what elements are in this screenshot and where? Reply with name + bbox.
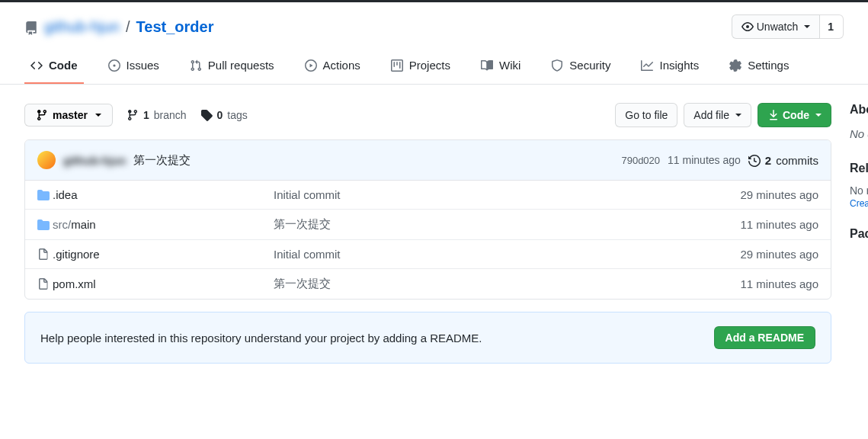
projects-icon xyxy=(391,59,403,72)
branches-link[interactable]: 1 branch xyxy=(127,109,187,121)
branch-icon xyxy=(127,109,139,121)
file-commit-message[interactable]: 第一次提交 xyxy=(274,217,740,232)
shield-icon xyxy=(551,59,563,72)
caret-down-icon xyxy=(815,114,822,117)
tag-icon xyxy=(200,109,213,121)
tab-settings[interactable]: Settings xyxy=(723,51,795,84)
caret-down-icon xyxy=(735,114,741,117)
readme-prompt-text: Help people interested in this repositor… xyxy=(40,332,482,344)
commit-time: 11 minutes ago xyxy=(668,154,741,166)
eye-icon xyxy=(741,19,754,34)
avatar[interactable] xyxy=(37,151,56,169)
latest-commit-row: github-hjun 第一次提交 790d020 11 minutes ago… xyxy=(25,140,831,181)
releases-heading: Releases xyxy=(850,162,868,175)
file-commit-message[interactable]: 第一次提交 xyxy=(274,277,740,291)
file-row: src/main第一次提交11 minutes ago xyxy=(25,210,831,240)
file-icon xyxy=(37,277,53,290)
code-icon xyxy=(30,59,43,72)
repo-tabs: Code Issues Pull requests Actions Projec… xyxy=(0,51,868,85)
issue-icon xyxy=(108,59,120,72)
branch-icon xyxy=(36,109,48,121)
file-icon xyxy=(37,248,53,261)
file-name[interactable]: src/main xyxy=(53,218,274,231)
branch-select-button[interactable]: master xyxy=(24,104,113,127)
tab-wiki[interactable]: Wiki xyxy=(475,51,527,84)
pull-request-icon xyxy=(190,59,202,72)
commits-link[interactable]: 2 commits xyxy=(748,154,818,167)
file-commit-message[interactable]: Initial commit xyxy=(274,248,740,261)
about-heading: About xyxy=(850,103,868,117)
graph-icon xyxy=(641,59,653,72)
readme-prompt-banner: Help people interested in this repositor… xyxy=(24,312,831,364)
file-commit-message[interactable]: Initial commit xyxy=(274,188,740,201)
file-row: pom.xml第一次提交11 minutes ago xyxy=(25,269,831,299)
create-release-link[interactable]: Create a new release xyxy=(850,198,868,209)
repo-title: github-hjun / Test_order xyxy=(24,18,213,36)
file-name[interactable]: .gitignore xyxy=(53,248,274,261)
file-commit-time: 11 minutes ago xyxy=(740,218,818,231)
tab-issues[interactable]: Issues xyxy=(102,51,165,84)
commit-sha[interactable]: 790d020 xyxy=(621,155,660,166)
caret-down-icon xyxy=(804,25,810,28)
repo-header: github-hjun / Test_order Unwatch 1 xyxy=(0,2,868,39)
file-commit-time: 11 minutes ago xyxy=(740,277,818,290)
tags-link[interactable]: 0 tags xyxy=(200,109,248,121)
tab-pull-requests[interactable]: Pull requests xyxy=(184,51,280,84)
file-row: .ideaInitial commit29 minutes ago xyxy=(25,181,831,210)
tab-projects[interactable]: Projects xyxy=(385,51,456,84)
file-name[interactable]: .idea xyxy=(53,188,274,201)
repo-owner-link[interactable]: github-hjun xyxy=(44,18,120,36)
folder-icon xyxy=(37,188,53,201)
file-commit-time: 29 minutes ago xyxy=(740,248,818,261)
code-download-button[interactable]: Code xyxy=(757,103,831,127)
file-listing: github-hjun 第一次提交 790d020 11 minutes ago… xyxy=(24,139,831,300)
path-separator: / xyxy=(126,18,130,36)
file-row: .gitignoreInitial commit29 minutes ago xyxy=(25,240,831,269)
svg-point-0 xyxy=(113,64,115,66)
gear-icon xyxy=(729,59,741,72)
tab-actions[interactable]: Actions xyxy=(299,51,367,84)
caret-down-icon xyxy=(95,114,101,117)
tab-code[interactable]: Code xyxy=(24,51,84,84)
tab-security[interactable]: Security xyxy=(545,51,617,84)
packages-heading: Packages xyxy=(850,227,868,241)
unwatch-button[interactable]: Unwatch xyxy=(732,14,820,39)
watch-count[interactable]: 1 xyxy=(820,14,844,39)
releases-none: No releases published xyxy=(850,184,868,197)
add-readme-button[interactable]: Add a README xyxy=(714,326,815,349)
file-commit-time: 29 minutes ago xyxy=(740,188,818,201)
tab-insights[interactable]: Insights xyxy=(635,51,705,84)
about-description: No description, website, or topics provi… xyxy=(850,126,868,143)
book-icon xyxy=(481,59,493,72)
goto-file-button[interactable]: Go to file xyxy=(615,103,677,127)
commit-message[interactable]: 第一次提交 xyxy=(133,153,613,168)
add-file-button[interactable]: Add file xyxy=(684,103,751,127)
download-icon xyxy=(767,107,780,123)
actions-icon xyxy=(305,59,317,72)
commit-author[interactable]: github-hjun xyxy=(63,154,126,167)
history-icon xyxy=(748,154,761,167)
folder-icon xyxy=(37,218,53,231)
repo-icon xyxy=(24,18,38,36)
file-name[interactable]: pom.xml xyxy=(53,277,274,290)
repo-name-link[interactable]: Test_order xyxy=(136,18,214,36)
